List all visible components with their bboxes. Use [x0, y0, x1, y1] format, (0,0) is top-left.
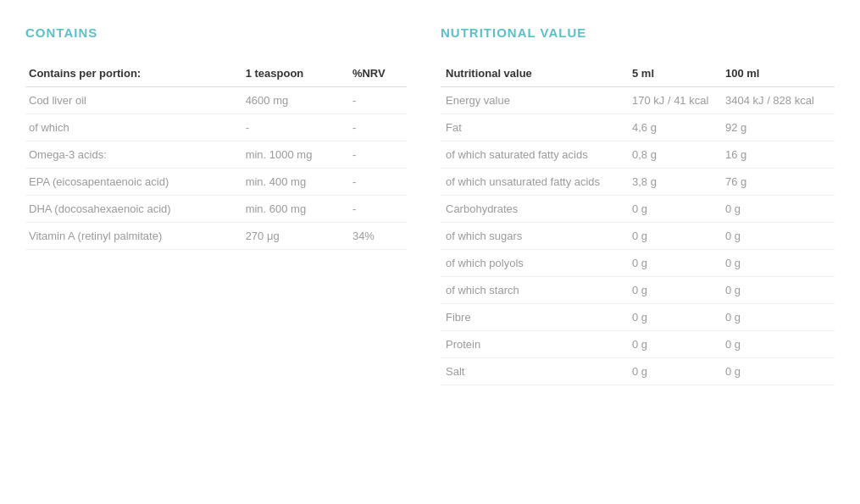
- contains-row: EPA (eicosapentaenoic acid) min. 400 mg …: [25, 169, 407, 196]
- nutr-col2-header: 5 ml: [627, 60, 720, 87]
- nutr-row-name: of which sugars: [441, 223, 627, 250]
- nutr-row-100ml: 0 g: [720, 331, 835, 358]
- contains-row-nrv: -: [349, 87, 407, 114]
- nutr-row-name: of which polyols: [441, 250, 627, 277]
- nutr-row: of which unsaturated fatty acids 3,8 g 7…: [441, 169, 835, 196]
- nutr-row: Energy value 170 kJ / 41 kcal 3404 kJ / …: [441, 87, 835, 114]
- nutr-col1-header: Nutritional value: [441, 60, 627, 87]
- nutr-row: Carbohydrates 0 g 0 g: [441, 196, 835, 223]
- nutr-row-5ml: 0 g: [627, 304, 720, 331]
- nutr-row-100ml: 3404 kJ / 828 kcal: [720, 87, 835, 114]
- nutr-row-5ml: 4,6 g: [627, 114, 720, 141]
- nutr-row-5ml: 3,8 g: [627, 169, 720, 196]
- nutritional-section: NUTRITIONAL VALUE Nutritional value 5 ml…: [441, 25, 835, 385]
- contains-row-amount: min. 600 mg: [242, 196, 349, 223]
- nutr-row-100ml: 0 g: [720, 196, 835, 223]
- nutr-row: Protein 0 g 0 g: [441, 331, 835, 358]
- contains-row: Vitamin A (retinyl palmitate) 270 μg 34%: [25, 223, 407, 250]
- contains-row-amount: 270 μg: [242, 223, 349, 250]
- nutr-col3-header: 100 ml: [720, 60, 835, 87]
- nutr-row-name: Energy value: [441, 87, 627, 114]
- nutr-row-5ml: 0 g: [627, 331, 720, 358]
- nutr-row-100ml: 0 g: [720, 250, 835, 277]
- nutr-row: Fat 4,6 g 92 g: [441, 114, 835, 141]
- nutr-row-5ml: 0 g: [627, 223, 720, 250]
- contains-row: Cod liver oil 4600 mg -: [25, 87, 407, 114]
- nutr-row-name: Carbohydrates: [441, 196, 627, 223]
- nutritional-title: NUTRITIONAL VALUE: [441, 25, 835, 40]
- nutr-row-name: of which unsaturated fatty acids: [441, 169, 627, 196]
- nutr-row: of which starch 0 g 0 g: [441, 277, 835, 304]
- nutr-row-name: Fibre: [441, 304, 627, 331]
- nutr-row-100ml: 92 g: [720, 114, 835, 141]
- contains-row-nrv: -: [349, 169, 407, 196]
- contains-row: Omega-3 acids: min. 1000 mg -: [25, 141, 407, 169]
- contains-row-nrv: -: [349, 196, 407, 223]
- nutr-row-5ml: 170 kJ / 41 kcal: [627, 87, 720, 114]
- nutr-row-name: Fat: [441, 114, 627, 141]
- nutr-row-100ml: 0 g: [720, 358, 835, 385]
- nutr-row: Fibre 0 g 0 g: [441, 304, 835, 331]
- contains-row-nrv: -: [349, 114, 407, 141]
- nutr-row-name: of which starch: [441, 277, 627, 304]
- nutr-row: of which polyols 0 g 0 g: [441, 250, 835, 277]
- nutr-row-5ml: 0 g: [627, 277, 720, 304]
- nutr-row-name: of which saturated fatty acids: [441, 141, 627, 169]
- nutr-row-100ml: 16 g: [720, 141, 835, 169]
- nutr-row: Salt 0 g 0 g: [441, 358, 835, 385]
- contains-title: CONTAINS: [25, 25, 407, 40]
- contains-row-nrv: 34%: [349, 223, 407, 250]
- nutr-row-name: Protein: [441, 331, 627, 358]
- nutr-row-100ml: 76 g: [720, 169, 835, 196]
- contains-row-nrv: -: [349, 141, 407, 169]
- nutr-row: of which saturated fatty acids 0,8 g 16 …: [441, 141, 835, 169]
- nutr-row-5ml: 0 g: [627, 358, 720, 385]
- contains-row-name: Omega-3 acids:: [25, 141, 242, 169]
- nutritional-table: Nutritional value 5 ml 100 ml Energy val…: [441, 60, 835, 385]
- nutr-row-5ml: 0,8 g: [627, 141, 720, 169]
- contains-table: Contains per portion: 1 teaspoon %NRV Co…: [25, 60, 407, 250]
- contains-row-amount: 4600 mg: [242, 87, 349, 114]
- contains-row-amount: min. 1000 mg: [242, 141, 349, 169]
- nutr-row: of which sugars 0 g 0 g: [441, 223, 835, 250]
- contains-row-name: of which: [25, 114, 242, 141]
- contains-row: of which - -: [25, 114, 407, 141]
- contains-row-name: DHA (docosahexaenoic acid): [25, 196, 242, 223]
- contains-col1-header: Contains per portion:: [25, 60, 242, 87]
- contains-col3-header: %NRV: [349, 60, 407, 87]
- contains-row-name: Vitamin A (retinyl palmitate): [25, 223, 242, 250]
- nutr-row-5ml: 0 g: [627, 250, 720, 277]
- contains-col2-header: 1 teaspoon: [242, 60, 349, 87]
- nutr-row-name: Salt: [441, 358, 627, 385]
- nutr-row-5ml: 0 g: [627, 196, 720, 223]
- contains-section: CONTAINS Contains per portion: 1 teaspoo…: [25, 25, 407, 385]
- contains-row-name: EPA (eicosapentaenoic acid): [25, 169, 242, 196]
- contains-row-amount: min. 400 mg: [242, 169, 349, 196]
- nutr-row-100ml: 0 g: [720, 304, 835, 331]
- nutr-row-100ml: 0 g: [720, 277, 835, 304]
- contains-row-name: Cod liver oil: [25, 87, 242, 114]
- nutr-row-100ml: 0 g: [720, 223, 835, 250]
- contains-row-amount: -: [242, 114, 349, 141]
- contains-row: DHA (docosahexaenoic acid) min. 600 mg -: [25, 196, 407, 223]
